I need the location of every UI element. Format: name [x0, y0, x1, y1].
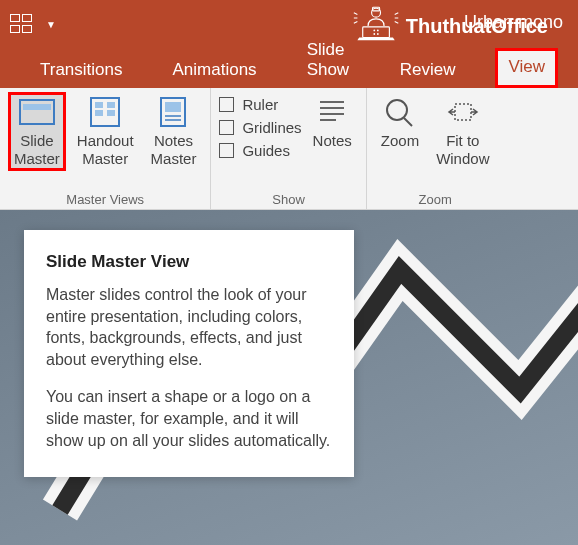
- slide-master-icon: [19, 96, 55, 128]
- group-label-master-views: Master Views: [8, 192, 202, 209]
- slide-canvas: Slide Master View Master slides control …: [0, 210, 578, 545]
- tab-review[interactable]: Review: [390, 54, 466, 88]
- tab-view[interactable]: View: [495, 48, 558, 88]
- checkbox-icon: [219, 143, 234, 158]
- guides-label: Guides: [242, 142, 290, 159]
- gridlines-checkbox[interactable]: Gridlines: [219, 119, 301, 136]
- fit-to-window-button[interactable]: Fit to Window: [430, 92, 495, 170]
- document-title: Urban mono: [464, 12, 563, 33]
- handout-master-label-2: Master: [82, 150, 128, 168]
- handout-master-button[interactable]: Handout Master: [71, 92, 140, 170]
- checkbox-icon: [219, 97, 234, 112]
- fit-label-1: Fit to: [446, 132, 479, 150]
- checkbox-icon: [219, 120, 234, 135]
- ruler-checkbox[interactable]: Ruler: [219, 96, 301, 113]
- handout-master-label-1: Handout: [77, 132, 134, 150]
- svg-rect-11: [107, 102, 115, 108]
- screen-tip-paragraph-2: You can insert a shape or a logo on a sl…: [46, 386, 332, 451]
- slide-master-label-1: Slide: [20, 132, 53, 150]
- zoom-button[interactable]: Zoom: [375, 92, 425, 170]
- chevron-down-icon[interactable]: ▼: [46, 19, 56, 30]
- handout-master-icon: [87, 96, 123, 128]
- svg-rect-10: [95, 102, 103, 108]
- notes-master-label-1: Notes: [154, 132, 193, 150]
- svg-point-22: [387, 100, 407, 120]
- title-bar: ▼ ThuthuatOffice Urban mono: [0, 0, 578, 48]
- quick-access-grid-icon[interactable]: [10, 14, 36, 34]
- svg-rect-8: [23, 104, 51, 110]
- slide-master-button[interactable]: Slide Master: [8, 92, 66, 171]
- magnifier-icon: [382, 96, 418, 128]
- gridlines-label: Gridlines: [242, 119, 301, 136]
- ribbon: Slide Master Handout Master: [0, 88, 578, 210]
- tab-transitions[interactable]: Transitions: [30, 54, 133, 88]
- svg-point-6: [377, 33, 379, 35]
- tab-slide-show[interactable]: Slide Show: [297, 34, 360, 88]
- svg-rect-13: [107, 110, 115, 116]
- svg-point-4: [377, 30, 379, 32]
- guides-checkbox[interactable]: Guides: [219, 142, 301, 159]
- group-label-zoom: Zoom: [375, 192, 496, 209]
- notes-icon: [314, 96, 350, 128]
- svg-rect-7: [20, 100, 54, 124]
- svg-rect-15: [165, 102, 181, 112]
- screen-tip-paragraph-1: Master slides control the look of your e…: [46, 284, 332, 370]
- screen-tip: Slide Master View Master slides control …: [24, 230, 354, 477]
- group-show: Ruler Gridlines Guides Notes: [211, 88, 366, 209]
- notes-master-button[interactable]: Notes Master: [145, 92, 203, 170]
- notes-master-label-2: Master: [151, 150, 197, 168]
- svg-point-3: [373, 30, 375, 32]
- svg-rect-24: [455, 104, 471, 120]
- svg-rect-0: [363, 27, 390, 38]
- ruler-label: Ruler: [242, 96, 278, 113]
- fit-window-icon: [445, 96, 481, 128]
- fit-label-2: Window: [436, 150, 489, 168]
- svg-rect-12: [95, 110, 103, 116]
- screen-tip-title: Slide Master View: [46, 252, 332, 272]
- group-zoom: Zoom Fit to Window Zoom: [367, 88, 504, 209]
- group-label-show: Show: [219, 192, 357, 209]
- notes-label: Notes: [313, 132, 352, 150]
- zoom-label: Zoom: [381, 132, 419, 150]
- slide-master-label-2: Master: [14, 150, 60, 168]
- notes-master-icon: [155, 96, 191, 128]
- svg-point-5: [373, 33, 375, 35]
- svg-line-23: [404, 118, 412, 126]
- tab-animations[interactable]: Animations: [163, 54, 267, 88]
- group-master-views: Slide Master Handout Master: [0, 88, 211, 209]
- notes-button[interactable]: Notes: [307, 92, 358, 170]
- ribbon-tabs: Transitions Animations Slide Show Review…: [0, 48, 578, 88]
